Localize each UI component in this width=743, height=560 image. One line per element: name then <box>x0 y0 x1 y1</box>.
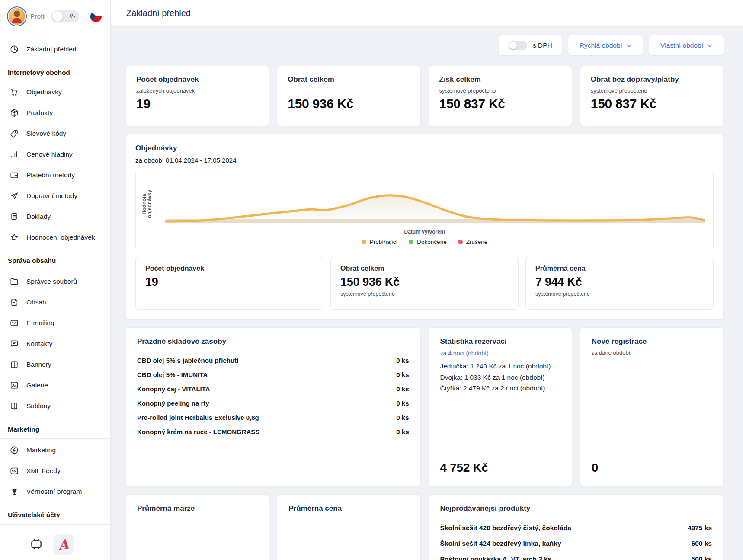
avg-price-card: Průměrná cena <box>277 494 420 560</box>
topbar: Základní přehled <box>111 0 743 27</box>
pie-chart-icon <box>10 45 19 54</box>
trophy-icon <box>10 487 19 496</box>
sidebar-item-bannery[interactable]: Bannery <box>0 354 110 375</box>
orders-substats: Počet objednávek 19 Obrat celkem 150 936… <box>135 257 714 310</box>
content: s DPH Rychlá období Vlastní období Počet… <box>111 27 743 560</box>
sidebar-item-dopravni-metody[interactable]: Dopravní metody <box>0 186 110 206</box>
sidebar-item-platebni-metody[interactable]: Platební metody <box>0 165 110 186</box>
sidebar-item-zakladni-prehled[interactable]: Základní přehled <box>0 39 110 60</box>
chart-y-axis-label: Hodnota objednávky <box>141 179 152 229</box>
reservations-total: 4 752 Kč <box>440 461 560 477</box>
envelope-icon <box>10 318 19 328</box>
sidebar-item-marketing[interactable]: Marketing <box>0 440 110 461</box>
stat-card-zisk-celkem: Zisk celkem systémově přepočteno 150 837… <box>429 66 572 126</box>
sidebar-item-spravce-souboru[interactable]: Správce souborů <box>0 271 110 292</box>
wallet-icon <box>10 170 19 180</box>
legend-dot-green <box>409 240 413 244</box>
chat-icon <box>10 339 19 349</box>
list-item: Školní sešit 424 bezdřevý linka, kaňky60… <box>440 536 712 551</box>
sidebar-divider <box>0 438 110 439</box>
legend-dot-red <box>458 240 463 244</box>
middle-cards-row: Prázdné skladové zásoby CBD olej 5% s ja… <box>125 327 724 486</box>
substat-prumerna-cena: Průměrná cena 7 944 Kč systémově přepočt… <box>525 257 714 310</box>
reservations-period-link[interactable]: za 4 noci (období) <box>440 350 489 357</box>
sidebar-item-doklady[interactable]: Doklady <box>0 206 110 227</box>
sidebar-item-sablony[interactable]: Šablony <box>0 396 110 416</box>
legend-item-probihajici: Probíhající <box>362 239 398 245</box>
top-products-card: Nejprodávanější produkty Školní sešit 42… <box>429 494 724 560</box>
czech-flag-icon[interactable] <box>90 11 102 22</box>
sidebar-item-cenove-hladiny[interactable]: Cenové hladiny <box>0 144 110 165</box>
avatar[interactable] <box>9 8 25 25</box>
book-icon <box>10 401 19 411</box>
theme-toggle-knob <box>52 11 63 22</box>
stat-cards-row: Počet objednávek založených objednávek 1… <box>125 66 724 126</box>
list-item: CBD olej 5% s jablečnou příchutí0 ks <box>137 353 409 368</box>
page-title: Základní přehled <box>126 8 191 18</box>
stat-value: 150 837 Kč <box>591 96 713 111</box>
code-icon <box>10 466 19 476</box>
app-logo[interactable]: A <box>53 534 74 555</box>
folder-icon <box>10 277 19 286</box>
legend-dot-orange <box>362 240 366 244</box>
orders-panel-title: Objednávky <box>135 144 714 153</box>
list-item: Pre-rolled joint Herbalus Exclusive 0,8g… <box>137 410 409 425</box>
bottom-cards-row: Průměrná marže Průměrná cena Nejprodávan… <box>125 494 724 560</box>
sidebar-item-hodnoceni-objednavek[interactable]: Hodnocení objednávek <box>0 227 110 248</box>
theme-toggle[interactable] <box>51 10 79 22</box>
avg-margin-card: Průměrná marže <box>125 494 269 560</box>
substat-obrat-celkem: Obrat celkem 150 936 Kč systémově přepoč… <box>330 257 519 310</box>
sidebar-item-objednavky[interactable]: Objednávky <box>0 82 110 102</box>
sidebar-item-vernostni-program[interactable]: Věrnostní program <box>0 481 110 502</box>
list-item: Poštovní poukázka A, VT, arch 3 ks500 ks <box>440 551 712 560</box>
sidebar-item-galerie[interactable]: Galerie <box>0 375 110 396</box>
orders-panel: Objednávky za období 01.04.2024 - 17.05.… <box>125 134 724 320</box>
custom-period-dropdown[interactable]: Vlastní období <box>649 35 724 55</box>
page-icon <box>10 298 19 307</box>
chart-area-fill <box>166 195 705 223</box>
quick-period-dropdown[interactable]: Rychlá období <box>568 35 643 55</box>
sidebar-section-internetovy-obchod: Internetový obchod <box>0 60 110 82</box>
sidebar-item-obsah[interactable]: Obsah <box>0 292 110 313</box>
sidebar-divider <box>0 270 110 270</box>
cart-icon <box>10 87 19 97</box>
banner-icon <box>10 360 19 369</box>
vat-toggle[interactable] <box>508 41 527 50</box>
stat-value: 150 936 Kč <box>288 96 410 111</box>
orders-panel-period: za období 01.04.2024 - 17.05.2024 <box>135 157 714 164</box>
reservations-card: Statistika rezervací za 4 noci (období) … <box>429 327 572 486</box>
chart-x-axis-label: Datum vytvoření <box>142 229 707 235</box>
app-logo-letter: A <box>58 536 70 553</box>
vat-toggle-card: s DPH <box>499 35 562 55</box>
legend-item-dokoncene: Dokončené <box>409 239 446 245</box>
list-item: Konopný čaj - VITALITA0 ks <box>137 382 409 396</box>
empty-stock-card: Prázdné skladové zásoby CBD olej 5% s ja… <box>125 327 421 486</box>
sidebar-item-xml-feedy[interactable]: XML Feedy <box>0 461 110 481</box>
profile-row: Profil <box>0 0 110 33</box>
send-icon <box>10 191 19 201</box>
controls-row: s DPH Rychlá období Vlastní období <box>125 35 724 55</box>
top-products-list: Školní sešit 420 bezdřevý čistý, čokolád… <box>440 520 712 560</box>
stat-card-obrat-celkem: Obrat celkem 150 936 Kč <box>277 66 420 126</box>
stat-card-obrat-bez-dopravy: Obrat bez dopravy/platby systémově přepo… <box>580 66 724 126</box>
orders-line-chart <box>156 176 705 226</box>
flash-icon <box>10 445 19 455</box>
stat-card-pocet-objednavek: Počet objednávek založených objednávek 1… <box>125 66 269 126</box>
sidebar-item-emailing[interactable]: E-mailing <box>0 313 110 333</box>
list-item: Konopný peeling na rty0 ks <box>137 396 409 410</box>
sidebar-nav: Základní přehled Internetový obchod Obje… <box>0 33 110 560</box>
sidebar-item-slevove-kody[interactable]: Slevové kódy <box>0 123 110 144</box>
empty-stock-list: CBD olej 5% s jablečnou příchutí0 ks CBD… <box>137 353 409 439</box>
chevron-down-icon <box>708 44 712 47</box>
list-item: Školní sešit 420 bezdřevý čistý, čokolád… <box>440 520 712 536</box>
sidebar-divider <box>0 524 110 525</box>
sidebar-item-kontakty[interactable]: Kontakty <box>0 333 110 354</box>
chevron-down-icon <box>627 44 631 47</box>
moon-icon <box>69 13 76 21</box>
list-item: CBD olej 5% - IMUNITA0 ks <box>137 368 409 382</box>
profile-label: Profil <box>30 13 45 20</box>
chart-legend: Probíhající Dokončené Zrušené <box>142 239 707 245</box>
tv-icon[interactable] <box>29 537 44 552</box>
reservations-lines: Jednička: 1 240 Kč za 1 noc (období) Dvo… <box>440 361 560 394</box>
sidebar-item-produkty[interactable]: Produkty <box>0 102 110 123</box>
